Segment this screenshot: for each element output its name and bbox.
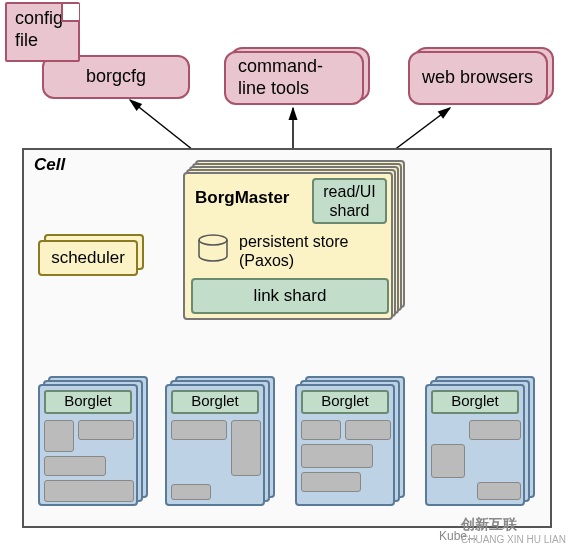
task-block bbox=[44, 480, 134, 502]
borgmaster-title: BorgMaster bbox=[195, 188, 289, 208]
borglet-label: Borglet bbox=[301, 390, 389, 414]
cmdtools-box: command-line tools bbox=[224, 51, 364, 105]
browsers-label: web browsers bbox=[422, 67, 533, 89]
fold-corner bbox=[61, 4, 79, 22]
watermark-main: 创新互联 bbox=[461, 516, 517, 532]
watermark: 创新互联 CHUANG XIN HU LIAN bbox=[461, 516, 566, 545]
borglet-label: Borglet bbox=[44, 390, 132, 414]
bg-front: Borglet bbox=[295, 384, 395, 506]
borg-architecture-diagram: config file borgcfg command-line tools w… bbox=[0, 0, 572, 549]
borglet-label: Borglet bbox=[171, 390, 259, 414]
task-block bbox=[301, 444, 373, 468]
link-shard: link shard bbox=[191, 278, 389, 314]
scheduler-box: scheduler bbox=[38, 240, 138, 276]
task-block bbox=[78, 420, 134, 440]
task-block bbox=[477, 482, 521, 500]
scheduler-label: scheduler bbox=[51, 248, 125, 267]
borglet-node: Borglet bbox=[38, 376, 148, 506]
borgcfg-label: borgcfg bbox=[86, 66, 146, 88]
task-block bbox=[171, 484, 211, 500]
browsers-box: web browsers bbox=[408, 51, 548, 105]
bm-front: BorgMaster read/UI shard persistent stor… bbox=[183, 172, 393, 320]
config-file-box: config file bbox=[5, 2, 80, 62]
task-block bbox=[231, 420, 261, 476]
read-ui-shard: read/UI shard bbox=[312, 178, 387, 224]
bg-front: Borglet bbox=[165, 384, 265, 506]
bg-front: Borglet bbox=[425, 384, 525, 506]
persistent-store: persistent store (Paxos) bbox=[191, 230, 389, 272]
task-block bbox=[301, 420, 341, 440]
task-block bbox=[469, 420, 521, 440]
task-block bbox=[44, 420, 74, 452]
borglet-node: Borglet bbox=[295, 376, 405, 506]
cell-label: Cell bbox=[34, 155, 65, 175]
task-block bbox=[345, 420, 391, 440]
watermark-sub: CHUANG XIN HU LIAN bbox=[461, 534, 566, 545]
borglet-label: Borglet bbox=[431, 390, 519, 414]
cmdtools-label: command-line tools bbox=[238, 56, 350, 99]
task-block bbox=[44, 456, 106, 476]
borgmaster-stack: BorgMaster read/UI shard persistent stor… bbox=[180, 160, 405, 320]
task-block bbox=[171, 420, 227, 440]
borglet-node: Borglet bbox=[425, 376, 535, 506]
task-block bbox=[431, 444, 465, 478]
config-file-label: config file bbox=[15, 8, 63, 50]
bg-front: Borglet bbox=[38, 384, 138, 506]
borglet-node: Borglet bbox=[165, 376, 275, 506]
task-block bbox=[301, 472, 361, 492]
